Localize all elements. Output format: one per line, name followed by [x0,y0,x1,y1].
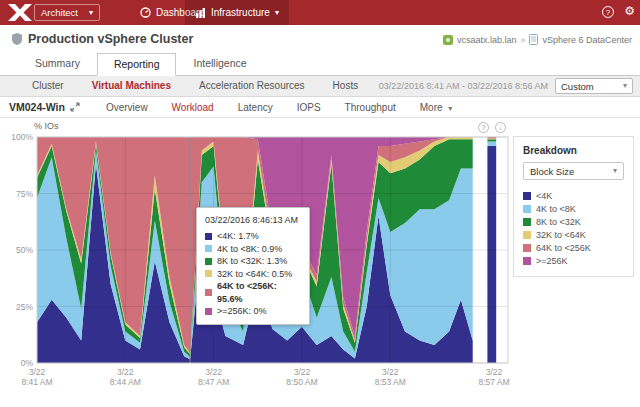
product-select-value: Architect [41,7,78,18]
time-range-value: Custom [561,81,594,92]
cluster-shield-icon [12,33,22,45]
svg-text:3/22: 3/22 [117,367,134,377]
series-swatch [205,289,212,296]
settings-gear-icon[interactable]: ⚙ [624,4,635,18]
app-window: Architect ▾ Dashboard Infrastructure ▾ ?… [0,0,640,407]
vm-tab-throughput[interactable]: Throughput [333,102,408,113]
report-subtabs: Cluster Virtual Machines Acceleration Re… [0,76,640,97]
vm-tab-more[interactable]: More ▾ [408,102,465,113]
vm-name: VM024-Win [9,101,65,113]
svg-text:8:50 AM: 8:50 AM [286,377,317,387]
tab-intelligence[interactable]: Intelligence [176,52,263,75]
svg-text:25%: 25% [16,302,33,312]
svg-text:8:57 AM: 8:57 AM [478,377,509,387]
legend-item[interactable]: 4K to <8K [523,202,624,215]
svg-text:3/22: 3/22 [205,367,222,377]
breakdown-panel: Breakdown Block Size ▾ <4K 4K to <8K 8K … [513,136,634,277]
help-icon[interactable]: ? [602,6,614,18]
series-swatch [523,192,531,200]
tooltip-row: 4K to <8K: 0.9% [205,243,301,256]
chart-tooltip: 03/22/2016 8:46:13 AM <4K: 1.7% 4K to <8… [196,207,310,325]
svg-text:3/22: 3/22 [382,367,399,377]
subtab-virtual-machines[interactable]: Virtual Machines [78,76,185,96]
tab-summary[interactable]: Summary [18,52,97,75]
subtab-acceleration-resources[interactable]: Acceleration Resources [185,76,319,96]
legend-item[interactable]: 8K to <32K [523,215,624,228]
series-swatch [205,258,212,265]
svg-text:3/22: 3/22 [486,367,503,377]
svg-text:8:53 AM: 8:53 AM [375,377,406,387]
vm-tab-more-label: More [420,102,443,113]
series-swatch [205,245,212,252]
product-select[interactable]: Architect ▾ [34,4,100,21]
nav-infrastructure[interactable]: Infrastructure ▾ [185,0,289,25]
svg-text:75%: 75% [16,189,33,199]
breadcrumb-datacenter[interactable]: vSphere 6 DataCenter [542,35,632,45]
top-navigation-bar: Architect ▾ Dashboard Infrastructure ▾ ?… [0,0,640,25]
series-swatch [205,270,212,277]
legend-item[interactable]: >=256K [523,254,624,267]
time-range-select[interactable]: Custom ▾ [555,78,633,94]
series-swatch [523,205,531,213]
tooltip-row: 32K to <64K: 0.5% [205,268,301,281]
tooltip-row: 8K to <32K: 1.3% [205,255,301,268]
x-brand-logo-icon [8,4,32,21]
chevron-down-icon: ▾ [613,167,617,175]
datacenter-document-icon [529,34,538,45]
tooltip-timestamp: 03/22/2016 8:46:13 AM [205,215,301,225]
chevron-down-icon: ▾ [448,104,452,113]
vm-tab-iops[interactable]: IOPS [285,102,333,113]
legend-item[interactable]: 32K to <64K [523,228,624,241]
chevron-down-icon: ▾ [275,9,279,17]
vcenter-icon [443,35,453,45]
svg-text:8:41 AM: 8:41 AM [21,377,52,387]
breadcrumb-vcenter[interactable]: vcsaatx.lab.lan [457,35,517,45]
page-title: Production vSphere Cluster [28,32,193,46]
breakdown-select-value: Block Size [530,166,574,177]
legend-item[interactable]: 64K to <256K [523,241,624,254]
subtab-hosts[interactable]: Hosts [319,76,373,96]
breadcrumb: vcsaatx.lab.lan » vSphere 6 DataCenter [443,34,632,45]
vm-tab-overview[interactable]: Overview [94,102,160,113]
date-range-label: 03/22/2016 8:41 AM - 03/22/2016 8:56 AM [379,76,548,97]
series-swatch [523,231,531,239]
legend-item[interactable]: <4K [523,189,624,202]
breakdown-select[interactable]: Block Size ▾ [523,162,624,180]
chart-legend: <4K 4K to <8K 8K to <32K 32K to <64K 64K… [523,189,624,267]
main-tabs: Summary Reporting Intelligence [0,52,640,76]
breadcrumb-separator: » [520,35,525,45]
vm-tab-workload[interactable]: Workload [160,102,226,113]
chevron-down-icon: ▾ [89,9,93,17]
svg-text:100%: 100% [11,132,33,142]
series-swatch [205,233,212,240]
vm-tab-latency[interactable]: Latency [226,102,285,113]
tooltip-row: <4K: 1.7% [205,230,301,243]
nav-infrastructure-label: Infrastructure [211,7,270,18]
series-swatch [523,218,531,226]
series-swatch [523,257,531,265]
svg-text:3/22: 3/22 [29,367,46,377]
svg-text:3/22: 3/22 [294,367,311,377]
page-header: Production vSphere Cluster vcsaatx.lab.l… [0,25,640,52]
bar-chart-icon [195,7,206,18]
chevron-down-icon: ▾ [623,82,627,90]
svg-text:8:47 AM: 8:47 AM [198,377,229,387]
svg-text:50%: 50% [16,245,33,255]
series-swatch [205,308,212,315]
tooltip-row: 64K to <256K: 95.6% [205,280,301,305]
expand-icon[interactable] [70,102,80,112]
tooltip-row: >=256K: 0% [205,305,301,318]
subtab-cluster[interactable]: Cluster [18,76,78,96]
series-swatch [523,244,531,252]
gauge-icon [140,7,151,18]
svg-text:8:44 AM: 8:44 AM [110,377,141,387]
tab-reporting[interactable]: Reporting [97,53,177,76]
vm-toolbar: VM024-Win Overview Workload Latency IOPS… [0,97,640,118]
breakdown-title: Breakdown [523,145,624,156]
